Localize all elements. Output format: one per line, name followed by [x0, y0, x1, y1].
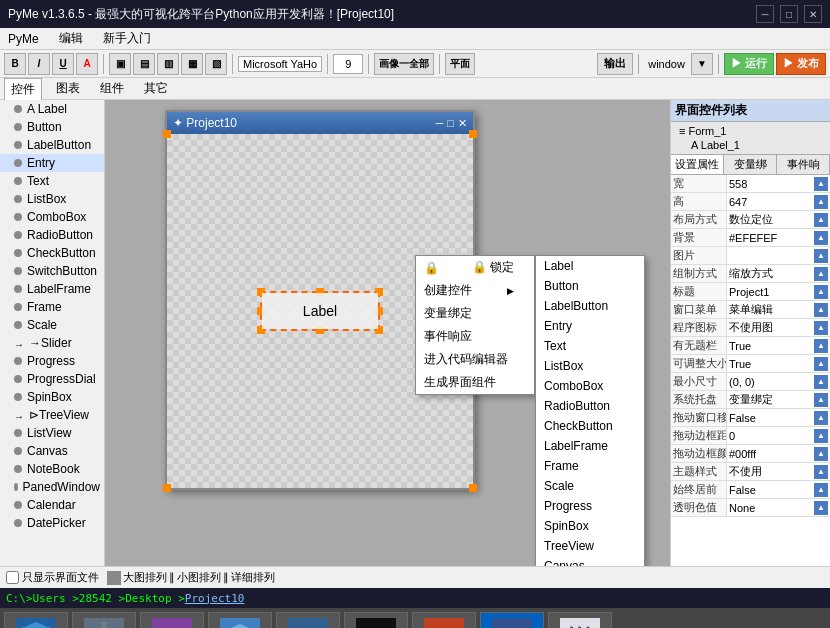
prop-btn-resize[interactable]: ▲ [814, 357, 828, 371]
sub-scale[interactable]: Scale [536, 476, 644, 496]
sidebar-item-spinbox[interactable]: SpinBox [0, 388, 104, 406]
sub-treeview[interactable]: TreeView [536, 536, 644, 556]
sidebar-item-labelbutton[interactable]: LabelButton [0, 136, 104, 154]
dock-ico[interactable]: 🖼 ico [548, 612, 612, 628]
underline-button[interactable]: U [52, 53, 74, 75]
resize-handle-tl[interactable] [163, 130, 171, 138]
prop-btn-titlebar[interactable]: ▲ [814, 339, 828, 353]
tb7[interactable]: 平面 [445, 53, 475, 75]
path-project-link[interactable]: Project10 [185, 592, 245, 605]
show-file-checkbox-label[interactable]: 只显示界面文件 [6, 570, 99, 585]
context-bind-var[interactable]: 变量绑定 [416, 302, 534, 325]
dock-resource[interactable]: Resource [140, 612, 204, 628]
tb2[interactable]: ▤ [133, 53, 155, 75]
sub-progress[interactable]: Progress [536, 496, 644, 516]
menu-edit[interactable]: 编辑 [55, 28, 87, 49]
sub-listbox[interactable]: ListBox [536, 356, 644, 376]
sidebar-item-button[interactable]: Button [0, 118, 104, 136]
prop-tab-event[interactable]: 事件响 [777, 155, 830, 174]
prop-val-tray[interactable]: 变量绑定▲ [727, 391, 830, 408]
project-maximize[interactable]: □ [447, 117, 454, 130]
menu-help[interactable]: 新手入门 [99, 28, 155, 49]
prop-val-title[interactable]: Project1▲ [727, 283, 830, 300]
small-sort-btn[interactable]: 小图排列 [177, 570, 221, 585]
context-lock[interactable]: 🔒 🔒 锁定 [416, 256, 534, 279]
sidebar-item-text[interactable]: Text [0, 172, 104, 190]
prop-val-dragcolor[interactable]: #00fff▲ [727, 445, 830, 462]
sidebar-item-canvas[interactable]: Canvas [0, 442, 104, 460]
close-button[interactable]: ✕ [804, 5, 822, 23]
prop-btn-minsize[interactable]: ▲ [814, 375, 828, 389]
project-close[interactable]: ✕ [458, 117, 467, 130]
sub-label[interactable]: Label [536, 256, 644, 276]
window-dropdown[interactable]: ▼ [691, 53, 713, 75]
prop-btn-topmost[interactable]: ▲ [814, 483, 828, 497]
run-button[interactable]: ▶ 运行 [724, 53, 774, 75]
context-create[interactable]: 创建控件 [416, 279, 534, 302]
detail-sort-btn[interactable]: 详细排列 [231, 570, 275, 585]
sub-entry[interactable]: Entry [536, 316, 644, 336]
dock-fun[interactable]: 🐍 Fun [480, 612, 544, 628]
sidebar-item-listview[interactable]: ListView [0, 424, 104, 442]
prop-val-transparent[interactable]: None▲ [727, 499, 830, 516]
sidebar-item-datepicker[interactable]: DatePicker [0, 514, 104, 532]
sidebar-item-radiobutton[interactable]: RadioButton [0, 226, 104, 244]
sub-button[interactable]: Button [536, 276, 644, 296]
window-controls[interactable]: ─ □ ✕ [756, 5, 822, 23]
dock-backup[interactable]: BackUp [4, 612, 68, 628]
tab-other[interactable]: 其它 [138, 78, 174, 99]
context-generate[interactable]: 生成界面组件 [416, 371, 534, 394]
prop-btn-dragcolor[interactable]: ▲ [814, 447, 828, 461]
prop-btn-width[interactable]: ▲ [814, 177, 828, 191]
context-bind-event[interactable]: 事件响应 [416, 325, 534, 348]
prop-btn-transparent[interactable]: ▲ [814, 501, 828, 515]
sidebar-item-progressdial[interactable]: ProgressDial [0, 370, 104, 388]
prop-tab-settings[interactable]: 设置属性 [671, 155, 724, 174]
prop-btn-layout[interactable]: ▲ [814, 213, 828, 227]
project-window-controls[interactable]: ─ □ ✕ [436, 117, 467, 130]
sub-spinbox[interactable]: SpinBox [536, 516, 644, 536]
prop-val-width[interactable]: 558▲ [727, 175, 830, 192]
bold-button[interactable]: B [4, 53, 26, 75]
prop-val-dragdist[interactable]: 0▲ [727, 427, 830, 444]
tab-components[interactable]: 组件 [94, 78, 130, 99]
prop-btn-height[interactable]: ▲ [814, 195, 828, 209]
label-widget[interactable]: Label [262, 293, 378, 329]
dock-project-sty[interactable]: S Project10 [412, 612, 476, 628]
prop-val-titlebar[interactable]: True▲ [727, 337, 830, 354]
maximize-button[interactable]: □ [780, 5, 798, 23]
font-size-input[interactable] [333, 54, 363, 74]
resize-handle-bl[interactable] [163, 484, 171, 492]
dock-package[interactable]: Package [208, 612, 272, 628]
sidebar-item-scale[interactable]: Scale [0, 316, 104, 334]
resize-handle-tr[interactable] [469, 130, 477, 138]
sidebar-item-alabel[interactable]: A Label [0, 100, 104, 118]
prop-btn-img[interactable]: ▲ [814, 249, 828, 263]
prop-val-scale[interactable]: 缩放方式▲ [727, 265, 830, 282]
color-button[interactable]: A [76, 53, 98, 75]
tab-charts[interactable]: 图表 [50, 78, 86, 99]
sidebar-item-panedwindow[interactable]: PanedWindow [0, 478, 104, 496]
sub-frame[interactable]: Frame [536, 456, 644, 476]
tb3[interactable]: ▥ [157, 53, 179, 75]
project-minimize[interactable]: ─ [436, 117, 444, 130]
resize-handle-br[interactable] [469, 484, 477, 492]
tb5[interactable]: ▧ [205, 53, 227, 75]
sidebar-item-listbox[interactable]: ListBox [0, 190, 104, 208]
prop-btn-tray[interactable]: ▲ [814, 393, 828, 407]
sidebar-item-entry[interactable]: Entry [0, 154, 104, 172]
large-sort-btn[interactable]: 大图排列 [123, 570, 167, 585]
sub-labelframe[interactable]: LabelFrame [536, 436, 644, 456]
sidebar-item-labelframe[interactable]: LabelFrame [0, 280, 104, 298]
prop-val-theme[interactable]: 不使用▲ [727, 463, 830, 480]
tb1[interactable]: ▣ [109, 53, 131, 75]
tree-label[interactable]: A Label_1 [675, 138, 826, 152]
sidebar-item-checkbutton[interactable]: CheckButton [0, 244, 104, 262]
dock-project-win[interactable]: W Project10 [276, 612, 340, 628]
prop-btn-dragmove[interactable]: ▲ [814, 411, 828, 425]
prop-btn-scale[interactable]: ▲ [814, 267, 828, 281]
design-canvas[interactable]: ✦ Project10 ─ □ ✕ [105, 100, 670, 566]
tb6[interactable]: 画像一全部 [374, 53, 434, 75]
prop-btn-bg[interactable]: ▲ [814, 231, 828, 245]
prop-val-bg[interactable]: #EFEFEF▲ [727, 229, 830, 246]
